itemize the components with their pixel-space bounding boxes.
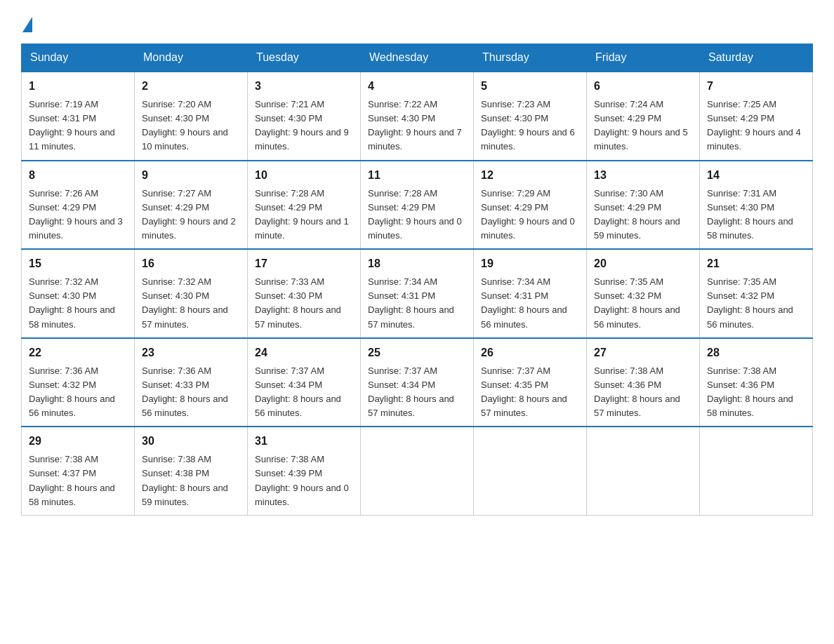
day-info: Sunrise: 7:37 AMSunset: 4:34 PMDaylight:… — [368, 364, 466, 421]
calendar-cell — [587, 427, 700, 515]
day-info: Sunrise: 7:21 AMSunset: 4:30 PMDaylight:… — [255, 98, 353, 154]
calendar-cell: 17Sunrise: 7:33 AMSunset: 4:30 PMDayligh… — [248, 249, 361, 338]
day-info: Sunrise: 7:38 AMSunset: 4:38 PMDaylight:… — [142, 452, 240, 509]
calendar-cell — [361, 427, 474, 515]
day-number: 30 — [142, 433, 240, 450]
day-number: 18 — [368, 255, 466, 272]
calendar-cell: 24Sunrise: 7:37 AMSunset: 4:34 PMDayligh… — [248, 338, 361, 427]
day-info: Sunrise: 7:37 AMSunset: 4:34 PMDaylight:… — [255, 364, 353, 421]
day-info: Sunrise: 7:22 AMSunset: 4:30 PMDaylight:… — [368, 98, 466, 154]
day-number: 27 — [594, 344, 692, 361]
day-info: Sunrise: 7:28 AMSunset: 4:29 PMDaylight:… — [255, 187, 353, 243]
calendar-cell: 30Sunrise: 7:38 AMSunset: 4:38 PMDayligh… — [135, 427, 248, 515]
calendar-cell — [474, 427, 587, 515]
calendar-cell: 2Sunrise: 7:20 AMSunset: 4:30 PMDaylight… — [135, 72, 248, 161]
day-number: 20 — [594, 255, 692, 272]
logo-triangle-icon — [22, 17, 32, 32]
calendar-cell: 21Sunrise: 7:35 AMSunset: 4:32 PMDayligh… — [700, 249, 813, 338]
weekday-header-friday: Friday — [587, 44, 700, 72]
calendar-cell: 9Sunrise: 7:27 AMSunset: 4:29 PMDaylight… — [135, 161, 248, 250]
day-info: Sunrise: 7:33 AMSunset: 4:30 PMDaylight:… — [255, 275, 353, 332]
calendar-cell: 20Sunrise: 7:35 AMSunset: 4:32 PMDayligh… — [587, 249, 700, 338]
calendar-cell: 15Sunrise: 7:32 AMSunset: 4:30 PMDayligh… — [22, 249, 135, 338]
day-number: 6 — [594, 78, 692, 95]
calendar-cell: 14Sunrise: 7:31 AMSunset: 4:30 PMDayligh… — [700, 161, 813, 250]
calendar-cell: 16Sunrise: 7:32 AMSunset: 4:30 PMDayligh… — [135, 249, 248, 338]
day-info: Sunrise: 7:36 AMSunset: 4:32 PMDaylight:… — [29, 364, 127, 421]
day-number: 17 — [255, 255, 353, 272]
calendar-cell: 10Sunrise: 7:28 AMSunset: 4:29 PMDayligh… — [248, 161, 361, 250]
day-number: 12 — [481, 167, 579, 184]
day-info: Sunrise: 7:32 AMSunset: 4:30 PMDaylight:… — [142, 275, 240, 332]
calendar-table: SundayMondayTuesdayWednesdayThursdayFrid… — [21, 43, 813, 516]
day-number: 8 — [29, 167, 127, 184]
calendar-cell: 3Sunrise: 7:21 AMSunset: 4:30 PMDaylight… — [248, 72, 361, 161]
day-info: Sunrise: 7:36 AMSunset: 4:33 PMDaylight:… — [142, 364, 240, 421]
day-number: 2 — [142, 78, 240, 95]
calendar-cell: 8Sunrise: 7:26 AMSunset: 4:29 PMDaylight… — [22, 161, 135, 250]
day-info: Sunrise: 7:26 AMSunset: 4:29 PMDaylight:… — [29, 187, 127, 243]
calendar-cell: 23Sunrise: 7:36 AMSunset: 4:33 PMDayligh… — [135, 338, 248, 427]
calendar-cell: 18Sunrise: 7:34 AMSunset: 4:31 PMDayligh… — [361, 249, 474, 338]
day-number: 23 — [142, 344, 240, 361]
calendar-cell: 12Sunrise: 7:29 AMSunset: 4:29 PMDayligh… — [474, 161, 587, 250]
weekday-header-thursday: Thursday — [474, 44, 587, 72]
calendar-cell: 5Sunrise: 7:23 AMSunset: 4:30 PMDaylight… — [474, 72, 587, 161]
calendar-cell: 27Sunrise: 7:38 AMSunset: 4:36 PMDayligh… — [587, 338, 700, 427]
day-number: 22 — [29, 344, 127, 361]
day-number: 5 — [481, 78, 579, 95]
calendar-cell: 25Sunrise: 7:37 AMSunset: 4:34 PMDayligh… — [361, 338, 474, 427]
calendar-cell: 29Sunrise: 7:38 AMSunset: 4:37 PMDayligh… — [22, 427, 135, 515]
day-number: 24 — [255, 344, 353, 361]
day-number: 16 — [142, 255, 240, 272]
day-number: 1 — [29, 78, 127, 95]
calendar-cell: 31Sunrise: 7:38 AMSunset: 4:39 PMDayligh… — [248, 427, 361, 515]
calendar-cell: 11Sunrise: 7:28 AMSunset: 4:29 PMDayligh… — [361, 161, 474, 250]
day-info: Sunrise: 7:24 AMSunset: 4:29 PMDaylight:… — [594, 98, 692, 154]
day-number: 31 — [255, 433, 353, 450]
week-row-1: 1Sunrise: 7:19 AMSunset: 4:31 PMDaylight… — [22, 72, 813, 161]
week-row-3: 15Sunrise: 7:32 AMSunset: 4:30 PMDayligh… — [22, 249, 813, 338]
day-info: Sunrise: 7:38 AMSunset: 4:36 PMDaylight:… — [707, 364, 805, 421]
calendar-cell: 19Sunrise: 7:34 AMSunset: 4:31 PMDayligh… — [474, 249, 587, 338]
day-info: Sunrise: 7:25 AMSunset: 4:29 PMDaylight:… — [707, 98, 805, 154]
week-row-2: 8Sunrise: 7:26 AMSunset: 4:29 PMDaylight… — [22, 161, 813, 250]
day-number: 9 — [142, 167, 240, 184]
weekday-header-row: SundayMondayTuesdayWednesdayThursdayFrid… — [22, 44, 813, 72]
day-info: Sunrise: 7:38 AMSunset: 4:37 PMDaylight:… — [29, 452, 127, 509]
day-info: Sunrise: 7:34 AMSunset: 4:31 PMDaylight:… — [368, 275, 466, 332]
day-info: Sunrise: 7:31 AMSunset: 4:30 PMDaylight:… — [707, 187, 805, 243]
day-number: 10 — [255, 167, 353, 184]
day-number: 13 — [594, 167, 692, 184]
day-number: 14 — [707, 167, 805, 184]
calendar-cell — [700, 427, 813, 515]
day-info: Sunrise: 7:38 AMSunset: 4:39 PMDaylight:… — [255, 452, 353, 509]
day-info: Sunrise: 7:20 AMSunset: 4:30 PMDaylight:… — [142, 98, 240, 154]
weekday-header-saturday: Saturday — [700, 44, 813, 72]
calendar-cell: 7Sunrise: 7:25 AMSunset: 4:29 PMDaylight… — [700, 72, 813, 161]
calendar-cell: 22Sunrise: 7:36 AMSunset: 4:32 PMDayligh… — [22, 338, 135, 427]
day-info: Sunrise: 7:32 AMSunset: 4:30 PMDaylight:… — [29, 275, 127, 332]
calendar-cell: 28Sunrise: 7:38 AMSunset: 4:36 PMDayligh… — [700, 338, 813, 427]
week-row-4: 22Sunrise: 7:36 AMSunset: 4:32 PMDayligh… — [22, 338, 813, 427]
weekday-header-tuesday: Tuesday — [248, 44, 361, 72]
calendar-cell: 13Sunrise: 7:30 AMSunset: 4:29 PMDayligh… — [587, 161, 700, 250]
day-number: 4 — [368, 78, 466, 95]
day-info: Sunrise: 7:30 AMSunset: 4:29 PMDaylight:… — [594, 187, 692, 243]
day-number: 21 — [707, 255, 805, 272]
calendar-cell: 4Sunrise: 7:22 AMSunset: 4:30 PMDaylight… — [361, 72, 474, 161]
page-header — [21, 14, 813, 29]
day-info: Sunrise: 7:34 AMSunset: 4:31 PMDaylight:… — [481, 275, 579, 332]
day-info: Sunrise: 7:29 AMSunset: 4:29 PMDaylight:… — [481, 187, 579, 243]
weekday-header-wednesday: Wednesday — [361, 44, 474, 72]
calendar-cell: 6Sunrise: 7:24 AMSunset: 4:29 PMDaylight… — [587, 72, 700, 161]
day-number: 25 — [368, 344, 466, 361]
day-number: 7 — [707, 78, 805, 95]
week-row-5: 29Sunrise: 7:38 AMSunset: 4:37 PMDayligh… — [22, 427, 813, 515]
logo — [21, 14, 32, 29]
day-number: 11 — [368, 167, 466, 184]
day-number: 15 — [29, 255, 127, 272]
day-info: Sunrise: 7:27 AMSunset: 4:29 PMDaylight:… — [142, 187, 240, 243]
day-info: Sunrise: 7:38 AMSunset: 4:36 PMDaylight:… — [594, 364, 692, 421]
day-info: Sunrise: 7:19 AMSunset: 4:31 PMDaylight:… — [29, 98, 127, 154]
